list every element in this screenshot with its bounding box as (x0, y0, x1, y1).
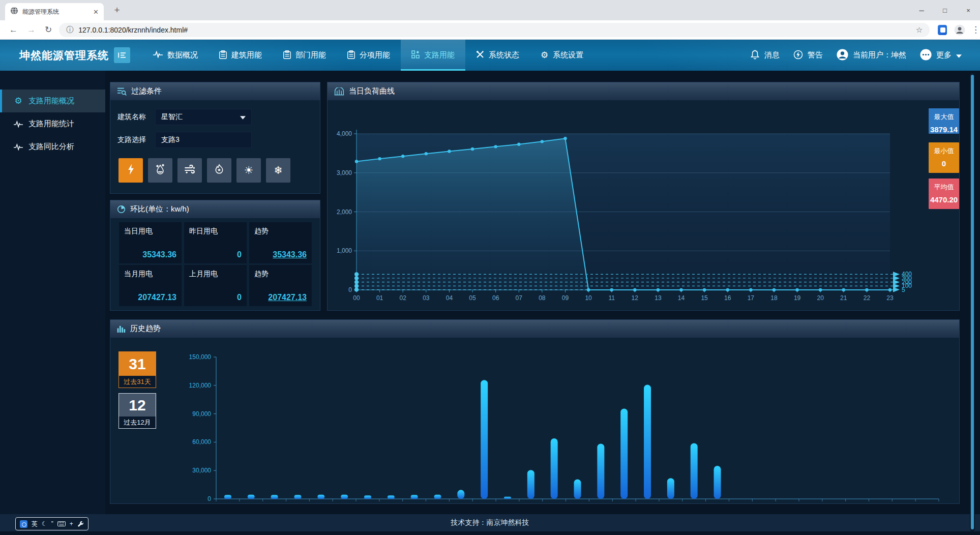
svg-text:90,000: 90,000 (192, 410, 211, 418)
sun-icon: ☀ (244, 165, 254, 176)
history-trend-panel-header: 历史趋势 (110, 320, 959, 338)
svg-text:09: 09 (562, 294, 569, 302)
messages-button[interactable]: 消息 (750, 50, 780, 61)
nav-item-branch-energy[interactable]: 支路用能 (401, 40, 465, 71)
bookmark-star-icon[interactable]: ☆ (916, 25, 923, 35)
gear-icon: ⚙ (541, 51, 548, 60)
gear-icon: ⚙ (14, 97, 23, 105)
branch-label: 支路选择 (117, 135, 155, 144)
ellipsis-icon (920, 49, 932, 62)
url-text[interactable]: 127.0.0.1:8020/krznnh/index.html# (78, 26, 188, 34)
refresh-icon[interactable]: ↻ (45, 24, 52, 35)
building-select[interactable]: 星智汇 (155, 109, 252, 125)
address-bar[interactable]: ⓘ 127.0.0.1:8020/krznnh/index.html# ☆ (59, 23, 930, 37)
sidebar-item-branch-overview[interactable]: ⚙ 支路用能概况 (0, 90, 105, 112)
svg-text:0: 0 (207, 495, 211, 502)
sidebar-item-branch-stats[interactable]: 支路用能统计 (0, 112, 105, 135)
chevron-down-icon (956, 51, 962, 60)
browser-tab[interactable]: 能源管理系统 ✕ (5, 3, 104, 20)
energy-type-gas-button[interactable] (177, 158, 202, 183)
new-tab-button[interactable]: + (111, 5, 123, 17)
forward-icon[interactable]: → (27, 25, 36, 35)
energy-type-cooling-button[interactable]: ❄ (266, 158, 290, 183)
filter-panel-header: 过滤条件 (110, 82, 320, 100)
browser-profile-avatar[interactable] (954, 24, 965, 36)
svg-text:60,000: 60,000 (192, 438, 211, 445)
svg-text:0: 0 (348, 286, 352, 293)
nav-item-building-energy[interactable]: 建筑用能 (209, 40, 273, 71)
svg-text:11: 11 (608, 294, 615, 302)
minimize-button[interactable]: ─ (910, 0, 933, 20)
max-value-badge: 最大值 3879.14 (929, 108, 959, 134)
energy-type-solar-button[interactable]: ☀ (236, 158, 261, 183)
energy-type-heat-button[interactable] (207, 158, 231, 183)
restore-button[interactable]: □ (933, 0, 957, 20)
filter-panel: 过滤条件 建筑名称 星智汇 支路选择 支路3 ☀ ❄ (110, 82, 320, 194)
menu-toggle-button[interactable] (114, 47, 130, 63)
branch-input[interactable]: 支路3 (155, 132, 252, 148)
moon-icon[interactable]: ☾ (42, 520, 47, 527)
nav-item-data-overview[interactable]: 数据概况 (142, 40, 209, 71)
stat-value: 35343.36 (142, 250, 176, 259)
scrollbar-thumb[interactable] (971, 75, 974, 529)
svg-text:120,000: 120,000 (189, 382, 212, 389)
keyboard-icon[interactable] (57, 521, 66, 526)
punctuation-icon[interactable]: ” (51, 520, 53, 527)
nav-item-department-energy[interactable]: 部门用能 (273, 40, 337, 71)
flame-icon (214, 164, 224, 177)
screen: 能源管理系统 ✕ + ─ □ × ← → ↻ ⓘ 127.0.0.1:8020/… (0, 0, 980, 535)
load-curve-chart: 01,0002,0003,0004,0000001020304050607080… (328, 100, 960, 313)
svg-text:4,000: 4,000 (337, 130, 352, 137)
svg-text:04: 04 (446, 294, 453, 302)
pulse-icon (14, 121, 23, 128)
sidebar: ⚙ 支路用能概况 支路用能统计 支路同比分析 (0, 71, 105, 514)
energy-type-buttons: ☀ ❄ (118, 158, 290, 183)
svg-text:30,000: 30,000 (192, 467, 211, 474)
svg-text:00: 00 (353, 294, 360, 302)
load-curve-title: 当日负荷曲线 (349, 86, 395, 96)
stat-value: 0 (237, 250, 242, 259)
back-icon[interactable]: ← (9, 25, 18, 35)
pulse-icon (153, 51, 163, 60)
trend-link[interactable]: 35343.36 (273, 250, 307, 259)
svg-text:10: 10 (585, 294, 592, 302)
svg-text:13: 13 (655, 294, 662, 302)
ime-logo-icon[interactable] (20, 520, 27, 528)
min-value-badge: 最小值 0 (929, 142, 959, 173)
current-user[interactable]: 当前用户：坤然 (837, 49, 906, 62)
nav-item-system-status[interactable]: 系统状态 (465, 40, 530, 71)
history-trend-title: 历史趋势 (130, 324, 161, 334)
ime-language-toggle[interactable]: 英 (32, 520, 38, 528)
browser-menu-icon[interactable]: ⋮ (971, 24, 980, 35)
lightning-icon (127, 164, 135, 177)
ring-ratio-panel-header: 环比(单位：kw/h) (110, 200, 320, 218)
svg-text:02: 02 (400, 294, 407, 302)
more-menu[interactable]: 更多 (920, 49, 962, 62)
clipboard-icon (283, 50, 291, 61)
browser-tab-bar: 能源管理系统 ✕ + ─ □ × (0, 0, 980, 20)
clipboard-icon (219, 50, 227, 61)
energy-type-water-button[interactable] (148, 158, 172, 183)
extension-icon[interactable] (938, 25, 947, 35)
stat-cell-month-trend: 趋势 207427.13 (249, 265, 312, 306)
svg-text:08: 08 (539, 294, 546, 302)
site-info-icon[interactable]: ⓘ (66, 25, 73, 35)
svg-text:22: 22 (864, 294, 871, 302)
app-navbar: 坤然能源管理系统 数据概况 建筑用能 部门用能 分项用能 支路用能 (0, 40, 980, 71)
svg-text:1,000: 1,000 (337, 247, 352, 254)
alerts-button[interactable]: 警告 (793, 50, 823, 61)
user-icon (837, 49, 848, 62)
svg-text:5: 5 (902, 286, 905, 293)
energy-type-electricity-button[interactable] (118, 158, 143, 183)
footer: 技术支持：南京坤然科技 (0, 514, 980, 531)
plus-icon[interactable]: + (70, 520, 73, 527)
nav-item-system-settings[interactable]: ⚙ 系统设置 (530, 40, 594, 71)
tab-close-icon[interactable]: ✕ (93, 8, 99, 16)
svg-text:18: 18 (770, 294, 778, 302)
svg-text:03: 03 (423, 294, 430, 302)
nav-item-subitem-energy[interactable]: 分项用能 (337, 40, 401, 71)
trend-link[interactable]: 207427.13 (268, 293, 307, 302)
close-button[interactable]: × (957, 0, 980, 20)
wrench-icon[interactable] (77, 521, 84, 527)
sidebar-item-branch-yoy[interactable]: 支路同比分析 (0, 135, 105, 158)
